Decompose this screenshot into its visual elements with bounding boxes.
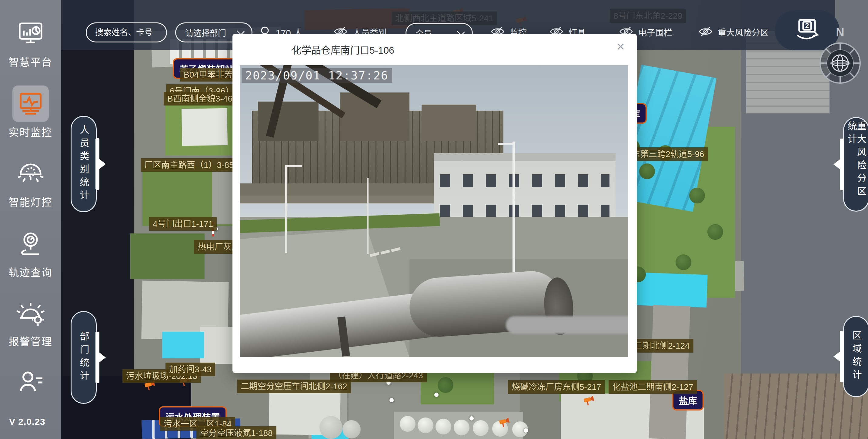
map-point-label[interactable]: 加药间3-43 (165, 362, 215, 376)
map-point-label[interactable]: 4号门出口1-171 (149, 217, 217, 231)
tab-expand-arrow[interactable] (95, 332, 106, 383)
arrow-triangle (99, 159, 106, 169)
map-point-label[interactable]: B西南侧全貌3-46 (164, 92, 236, 106)
sidebar-item-smart-light[interactable]: 智能灯控 (0, 159, 61, 209)
arrow-triangle (833, 159, 840, 170)
toggle-label: 重大风险分区 (718, 26, 769, 38)
map-point-label[interactable]: 东第三跨2轨道5-96 (628, 147, 708, 161)
arrow-bar (840, 139, 844, 190)
tab-dept-stats[interactable]: 部门统计 (71, 311, 97, 404)
realtime-monitor-icon (16, 89, 45, 118)
tab-expand-arrow[interactable] (833, 139, 844, 190)
map-point-label[interactable]: 化盐池二期南侧2-127 (609, 380, 697, 394)
video-art-shape (422, 105, 476, 141)
smart-platform-icon (16, 19, 45, 48)
search-input[interactable] (87, 28, 166, 37)
camera-video-modal: 化学品仓库南门口5-106 × 2023/09/01 12:37:26 (232, 34, 637, 373)
video-art-shape (513, 142, 515, 272)
sidebar-item-user-list[interactable] (0, 368, 61, 398)
video-timestamp: 2023/09/01 12:37:26 (242, 68, 392, 83)
eye-off-icon (698, 26, 713, 37)
tab-label: 区域统计 (851, 327, 861, 386)
video-art-shape (440, 174, 610, 187)
tab-expand-arrow[interactable] (95, 138, 106, 190)
video-art-shape (498, 143, 515, 145)
view-2d-badge: 2 (805, 22, 809, 30)
map-point-label[interactable]: 烧碱冷冻厂房东侧5-217 (508, 380, 605, 394)
tab-area-stats[interactable]: 区域统计 (843, 316, 868, 397)
sidebar-item-label: 轨迹查询 (0, 264, 61, 279)
toggle-risk-zone[interactable]: 重大风险分区 (698, 26, 769, 39)
redaction-bar (506, 316, 628, 334)
toggle-label: 电子围栏 (638, 26, 672, 38)
video-art-shape (285, 165, 287, 253)
arrow-bar (840, 331, 844, 382)
sidebar-item-realtime-monitor[interactable]: 实时监控 (0, 89, 61, 139)
arrow-triangle (833, 351, 840, 362)
video-art-shape (434, 153, 616, 161)
compass-globe-icon (820, 43, 860, 83)
user-list-icon (16, 368, 45, 397)
version-label: V 2.0.23 (9, 416, 45, 427)
sidebar-item-label: 智能灯控 (0, 194, 61, 209)
map-point-label[interactable]: 二期北侧2-124 (630, 339, 693, 353)
sidebar-item-alarm-manage[interactable]: 报警管理 (0, 298, 61, 348)
sidebar-item-label: 实时监控 (0, 124, 61, 139)
search-pill[interactable] (86, 23, 167, 42)
alarm-manage-icon (16, 298, 45, 327)
camera-video-still (240, 65, 628, 357)
tab-expand-arrow[interactable] (833, 331, 844, 382)
sidebar-item-label: 报警管理 (0, 333, 61, 348)
sidebar-item-track-query[interactable]: 轨迹查询 (0, 229, 61, 279)
track-query-icon (16, 229, 45, 258)
sidebar-item-label: 智慧平台 (0, 54, 61, 69)
compass-widget[interactable]: N (816, 26, 864, 86)
sidebar-item-smart-platform[interactable]: 智慧平台 (0, 19, 61, 69)
tab-label: 人员类别统计 (79, 122, 89, 206)
map-point-label[interactable]: 厂区南主路西（1）3-85 (141, 158, 238, 172)
video-art-shape (367, 178, 369, 254)
tab-label: 部门统计 (79, 328, 89, 386)
smart-light-icon (16, 159, 45, 188)
video-art-shape (440, 205, 610, 217)
tab-label: 重大风险分区统计 (847, 118, 866, 211)
modal-title: 化学品仓库南门口5-106 (292, 42, 394, 56)
video-art-shape (285, 165, 302, 167)
arrow-triangle (99, 352, 106, 362)
department-select-value: 请选择部门 (176, 27, 238, 38)
camera-video-frame: 2023/09/01 12:37:26 (240, 65, 628, 357)
tab-person-type-stats[interactable]: 人员类别统计 (71, 116, 97, 212)
tab-risk-zone-stats[interactable]: 重大风险分区统计 (843, 117, 868, 212)
sidebar: 智慧平台实时监控智能灯控轨迹查询报警管理 V 2.0.23 (0, 0, 61, 439)
map-point-label[interactable]: 空分空压液氮1-188 (196, 426, 276, 439)
compass-north-label: N (836, 26, 844, 39)
close-icon[interactable]: × (616, 39, 625, 53)
